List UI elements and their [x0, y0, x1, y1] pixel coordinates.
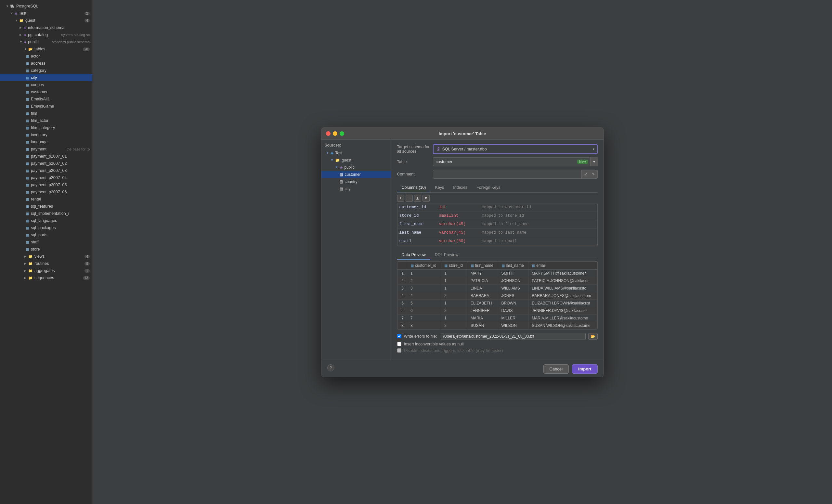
- column-row[interactable]: last_name varchar(45) mapped to last_nam…: [397, 229, 597, 237]
- sidebar-item-payment-2007-06[interactable]: ▦ payment_p2007_06: [0, 188, 92, 195]
- write-errors-path-input[interactable]: [441, 333, 585, 340]
- folder-icon: 📁: [28, 269, 33, 273]
- table-row[interactable]: 4 4 2 BARBARA JONES BARBARA.JONES@sakila…: [397, 292, 597, 299]
- column-row[interactable]: store_id smallint mapped to store_id: [397, 212, 597, 220]
- sidebar-item-customer[interactable]: ▦ customer: [0, 88, 92, 96]
- minimize-button[interactable]: [333, 131, 337, 136]
- table-row[interactable]: 6 6 2 JENNIFER DAVIS JENNIFER.DAVIS@saki…: [397, 307, 597, 314]
- cell-first-name: ELIZABETH: [467, 299, 498, 307]
- move-up-button[interactable]: ▲: [414, 195, 421, 202]
- insert-null-checkbox[interactable]: [397, 342, 401, 346]
- sidebar-item-postgresql[interactable]: ▼ 🐘 PostgreSQL: [0, 3, 92, 10]
- edit-comment-button[interactable]: ✎: [590, 169, 597, 179]
- tab-columns[interactable]: Columns (10): [397, 183, 431, 192]
- source-item-country[interactable]: ▦ country: [321, 178, 391, 185]
- import-button[interactable]: Import: [572, 364, 597, 374]
- tab-keys[interactable]: Keys: [431, 183, 449, 192]
- table-dropdown-button[interactable]: ▾: [590, 157, 598, 166]
- sidebar-item-guest[interactable]: ▼ 📁 guest 4: [0, 17, 92, 24]
- cell-store-id: 1: [441, 299, 467, 307]
- table-icon: ▦: [26, 197, 29, 202]
- sidebar-item-label: sql_features: [31, 204, 90, 209]
- browse-button[interactable]: 📂: [588, 333, 598, 340]
- sidebar-item-sql-parts[interactable]: ▦ sql_parts: [0, 231, 92, 239]
- expand-comment-button[interactable]: ⤢: [582, 169, 590, 179]
- close-button[interactable]: [326, 131, 331, 136]
- table-row[interactable]: 8 8 2 SUSAN WILSON SUSAN.WILSON@sakilacu…: [397, 322, 597, 329]
- sidebar-item-staff[interactable]: ▦ staff: [0, 239, 92, 246]
- table-input[interactable]: [433, 158, 577, 165]
- table-row[interactable]: 3 3 1 LINDA WILLIAMS LINDA.WILLIAMS@saki…: [397, 284, 597, 292]
- cell-last-name: DAVIS: [498, 307, 528, 314]
- sidebar-item-sql-languages[interactable]: ▦ sql_languages: [0, 217, 92, 224]
- column-row[interactable]: first_name varchar(45) mapped to first_n…: [397, 220, 597, 229]
- cancel-button[interactable]: Cancel: [543, 364, 569, 374]
- sidebar-item-sql-packages[interactable]: ▦ sql_packages: [0, 224, 92, 231]
- sidebar-item-public[interactable]: ▼ ◈ public standard public schema: [0, 38, 92, 46]
- sidebar-item-payment-2007-04[interactable]: ▦ payment_p2007_04: [0, 174, 92, 181]
- sidebar-item-actor[interactable]: ▦ actor: [0, 53, 92, 60]
- sidebar-item-routines[interactable]: ▶ 📁 routines 9: [0, 260, 92, 267]
- table-row[interactable]: 2 2 1 PATRICIA JOHNSON PATRICIA.JOHNSON@…: [397, 277, 597, 284]
- help-button[interactable]: ?: [327, 364, 334, 371]
- sidebar-item-sequences[interactable]: ▶ 📁 sequences 13: [0, 274, 92, 282]
- write-errors-checkbox[interactable]: [397, 334, 401, 338]
- sidebar-item-views[interactable]: ▶ 📁 views 4: [0, 253, 92, 260]
- sidebar-item-emailsall1[interactable]: ▦ EmailsAll1: [0, 96, 92, 103]
- sidebar-item-category[interactable]: ▦ category: [0, 67, 92, 74]
- sidebar-item-city[interactable]: ▦ city: [0, 74, 92, 81]
- cell-store-id: 2: [441, 322, 467, 329]
- add-column-button[interactable]: +: [397, 195, 404, 202]
- maximize-button[interactable]: [340, 131, 344, 136]
- sidebar-item-payment-2007-01[interactable]: ▦ payment_p2007_01: [0, 153, 92, 160]
- sidebar-item-sql-implementation[interactable]: ▦ sql_implementation_i: [0, 210, 92, 217]
- sidebar-item-inventory[interactable]: ▦ inventory: [0, 131, 92, 138]
- sidebar-item-store[interactable]: ▦ store: [0, 246, 92, 253]
- sidebar-item-pg-catalog[interactable]: ▶ ◈ pg_catalog system catalog sc: [0, 31, 92, 38]
- sidebar-item-payment-2007-03[interactable]: ▦ payment_p2007_03: [0, 167, 92, 174]
- sidebar-item-emailsgame[interactable]: ▦ EmailsGame: [0, 103, 92, 110]
- sidebar-item-sql-features[interactable]: ▦ sql_features: [0, 203, 92, 210]
- column-row[interactable]: customer_id int mapped to customer_id: [397, 204, 597, 212]
- target-schema-label: Target schema for all sources:: [397, 144, 433, 154]
- table-row[interactable]: 7 7 1 MARIA MILLER MARIA.MILLER@sakilacu…: [397, 314, 597, 322]
- tab-indexes[interactable]: Indexes: [448, 183, 472, 192]
- source-item-customer[interactable]: ▦ customer: [321, 171, 391, 178]
- sidebar-item-payment[interactable]: ▦ payment the base for (p: [0, 145, 92, 153]
- move-down-button[interactable]: ▼: [422, 195, 430, 202]
- cell-first-name: PATRICIA: [467, 277, 498, 284]
- column-icon: ▦: [532, 264, 535, 267]
- sidebar-item-information-schema[interactable]: ▶ ◈ information_schema: [0, 24, 92, 31]
- comment-input[interactable]: [433, 170, 581, 178]
- sidebar-item-country[interactable]: ▦ country: [0, 81, 92, 88]
- table-icon: ▦: [26, 76, 29, 80]
- source-item-city[interactable]: ▦ city: [321, 185, 391, 192]
- sidebar-item-film[interactable]: ▦ film: [0, 110, 92, 117]
- sidebar-item-film-category[interactable]: ▦ film_category: [0, 124, 92, 131]
- tab-foreign-keys[interactable]: Foreign Keys: [472, 183, 505, 192]
- table-row[interactable]: 1 1 1 MARY SMITH MARY.SMITH@sakilacustom…: [397, 269, 597, 277]
- sidebar-item-aggregates[interactable]: ▶ 📁 aggregates 1: [0, 267, 92, 274]
- tab-ddl-preview[interactable]: DDL Preview: [430, 250, 463, 260]
- cell-last-name: BROWN: [498, 299, 528, 307]
- col-name: email: [399, 239, 435, 243]
- target-schema-select[interactable]: 🗄 SQL Server / master.dbo ▾: [433, 144, 598, 154]
- sidebar-item-tables[interactable]: ▼ 📂 tables 28: [0, 46, 92, 53]
- table-row[interactable]: 5 5 1 ELIZABETH BROWN ELIZABETH.BROWN@sa…: [397, 299, 597, 307]
- disable-indexes-checkbox[interactable]: [397, 348, 401, 352]
- sidebar-item-payment-2007-05[interactable]: ▦ payment_p2007_05: [0, 181, 92, 188]
- source-item-public[interactable]: ▼ ◈ public: [321, 164, 391, 171]
- sidebar-item-payment-2007-02[interactable]: ▦ payment_p2007_02: [0, 160, 92, 167]
- column-row[interactable]: email varchar(50) mapped to email: [397, 237, 597, 246]
- sidebar-item-film-actor[interactable]: ▦ film_actor: [0, 117, 92, 124]
- write-errors-row: Write errors to file: 📂: [397, 333, 598, 340]
- source-item-guest[interactable]: ▼ 📁 guest: [321, 157, 391, 164]
- sidebar-item-language[interactable]: ▦ language: [0, 138, 92, 145]
- sidebar-item-address[interactable]: ▦ address: [0, 60, 92, 67]
- sidebar-item-test[interactable]: ▼ ◈ Test 2: [0, 10, 92, 17]
- tab-data-preview[interactable]: Data Preview: [397, 250, 430, 260]
- remove-column-button[interactable]: −: [406, 195, 413, 202]
- cell-first-name: MARY: [467, 269, 498, 277]
- sidebar-item-rental[interactable]: ▦ rental: [0, 195, 92, 203]
- source-item-test[interactable]: ▼ ◈ Test: [321, 150, 391, 157]
